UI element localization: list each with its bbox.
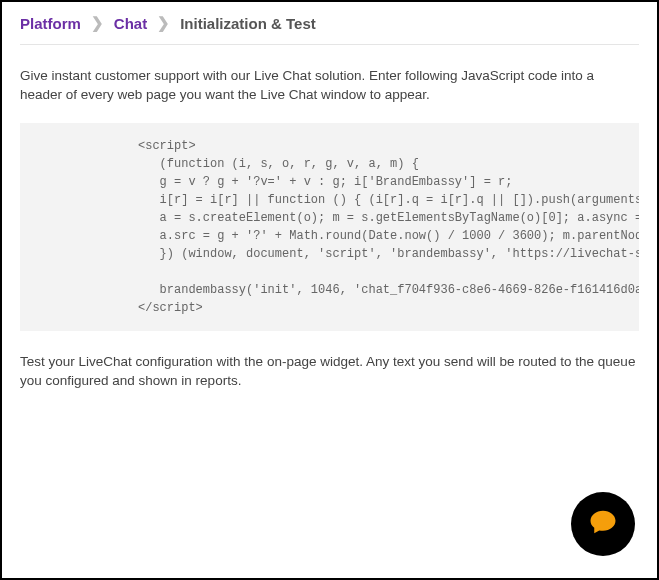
chevron-right-icon: ❯	[91, 14, 104, 32]
chat-bubble-icon	[588, 507, 618, 541]
intro-text: Give instant customer support with our L…	[20, 67, 639, 105]
breadcrumb-current: Initialization & Test	[180, 15, 316, 32]
chevron-right-icon: ❯	[157, 14, 170, 32]
breadcrumb-link-chat[interactable]: Chat	[114, 15, 147, 32]
chat-widget-button[interactable]	[571, 492, 635, 556]
outro-text: Test your LiveChat configuration with th…	[20, 353, 639, 391]
breadcrumb: Platform ❯ Chat ❯ Initialization & Test	[20, 14, 639, 45]
code-snippet: <script> (function (i, s, o, r, g, v, a,…	[20, 123, 639, 331]
breadcrumb-link-platform[interactable]: Platform	[20, 15, 81, 32]
